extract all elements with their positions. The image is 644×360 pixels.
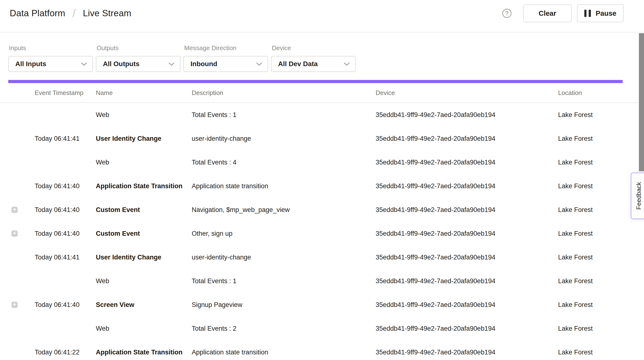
expand-cell: + xyxy=(0,302,35,308)
event-description: Total Events : 1 xyxy=(192,111,376,119)
column-header-event-timestamp: Event Timestamp xyxy=(35,89,96,97)
event-device: 35eddb41-9ff9-49e2-7aed-20afa90eb194 xyxy=(376,349,558,356)
event-name: Web xyxy=(96,111,192,119)
table-row[interactable]: WebTotal Events : 135eddb41-9ff9-49e2-7a… xyxy=(0,269,623,293)
event-location: Lake Forest xyxy=(558,277,623,285)
event-description: Navigation, $mp_web_page_view xyxy=(192,206,376,214)
event-device: 35eddb41-9ff9-49e2-7aed-20afa90eb194 xyxy=(376,111,558,119)
event-location: Lake Forest xyxy=(558,206,623,214)
event-name: Screen View xyxy=(96,301,192,309)
message-direction-filter-value: Inbound xyxy=(190,60,217,68)
pause-label: Pause xyxy=(596,9,616,17)
expand-icon[interactable]: + xyxy=(12,207,18,213)
event-description: Application state transition xyxy=(192,349,376,356)
outputs-filter-value: All Outputs xyxy=(103,60,140,68)
event-timestamp: Today 06:41:41 xyxy=(35,254,96,261)
filter-label-inputs: Inputs xyxy=(9,44,93,52)
help-icon[interactable]: ? xyxy=(502,9,512,18)
event-location: Lake Forest xyxy=(558,349,623,356)
filter-group-message-direction: Message Direction Inbound xyxy=(184,44,268,72)
column-header-description: Description xyxy=(192,89,376,97)
event-name: User Identity Change xyxy=(96,254,192,261)
event-name: Custom Event xyxy=(96,206,192,214)
event-name: Custom Event xyxy=(96,230,192,237)
chevron-down-icon xyxy=(256,62,262,66)
breadcrumb-separator: / xyxy=(72,8,76,19)
feedback-label: Feedback xyxy=(635,182,642,209)
stream-accent-bar xyxy=(8,80,623,83)
table-row[interactable]: WebTotal Events : 235eddb41-9ff9-49e2-7a… xyxy=(0,317,623,340)
table-row[interactable]: +Today 06:41:40Screen ViewSignup Pagevie… xyxy=(0,293,623,317)
column-header-device: Device xyxy=(376,89,558,97)
outputs-filter-select[interactable]: All Outputs xyxy=(96,56,180,72)
table-row[interactable]: WebTotal Events : 135eddb41-9ff9-49e2-7a… xyxy=(0,103,623,127)
device-filter-value: All Dev Data xyxy=(278,60,318,68)
inputs-filter-value: All Inputs xyxy=(15,60,46,68)
clear-button[interactable]: Clear xyxy=(523,4,572,22)
event-description: user-identity-change xyxy=(192,135,376,143)
event-device: 35eddb41-9ff9-49e2-7aed-20afa90eb194 xyxy=(376,301,558,309)
event-location: Lake Forest xyxy=(558,230,623,237)
event-location: Lake Forest xyxy=(558,135,623,143)
filter-group-outputs: Outputs All Outputs xyxy=(96,44,180,72)
event-device: 35eddb41-9ff9-49e2-7aed-20afa90eb194 xyxy=(376,182,558,190)
table-row[interactable]: WebTotal Events : 435eddb41-9ff9-49e2-7a… xyxy=(0,151,623,174)
breadcrumb-parent[interactable]: Data Platform xyxy=(10,8,65,18)
message-direction-filter-select[interactable]: Inbound xyxy=(184,56,268,72)
chevron-down-icon xyxy=(81,62,87,66)
column-header-name: Name xyxy=(96,89,192,97)
event-location: Lake Forest xyxy=(558,159,623,166)
event-timestamp: Today 06:41:40 xyxy=(35,182,96,190)
table-row[interactable]: Today 06:41:41User Identity Changeuser-i… xyxy=(0,245,623,269)
expand-cell: + xyxy=(0,207,35,213)
event-description: Total Events : 1 xyxy=(192,277,376,285)
filter-group-inputs: Inputs All Inputs xyxy=(8,44,93,72)
filter-label-outputs: Outputs xyxy=(96,44,180,52)
event-description: Signup Pageview xyxy=(192,301,376,309)
filter-label-device: Device xyxy=(272,44,356,52)
event-timestamp: Today 06:41:40 xyxy=(35,206,96,214)
event-timestamp: Today 06:41:40 xyxy=(35,230,96,237)
filter-label-message-direction: Message Direction xyxy=(184,44,268,52)
event-name: Web xyxy=(96,277,192,285)
pause-icon xyxy=(584,10,591,17)
event-name: User Identity Change xyxy=(96,135,192,143)
chevron-down-icon xyxy=(344,62,350,66)
events-table-header: Event Timestamp Name Description Device … xyxy=(0,83,623,102)
event-device: 35eddb41-9ff9-49e2-7aed-20afa90eb194 xyxy=(376,159,558,166)
expand-icon[interactable]: + xyxy=(12,302,18,308)
event-device: 35eddb41-9ff9-49e2-7aed-20afa90eb194 xyxy=(376,206,558,214)
event-description: Application state transition xyxy=(192,182,376,190)
event-name: Application State Transition xyxy=(96,182,192,190)
event-location: Lake Forest xyxy=(558,325,623,332)
event-device: 35eddb41-9ff9-49e2-7aed-20afa90eb194 xyxy=(376,230,558,237)
page-header: Data Platform / Live Stream ? Clear Paus… xyxy=(0,0,644,32)
event-name: Web xyxy=(96,325,192,332)
column-header-location: Location xyxy=(558,89,623,97)
event-timestamp: Today 06:41:22 xyxy=(35,349,96,356)
pause-button[interactable]: Pause xyxy=(577,4,624,22)
event-device: 35eddb41-9ff9-49e2-7aed-20afa90eb194 xyxy=(376,135,558,143)
event-location: Lake Forest xyxy=(558,182,623,190)
breadcrumb: Data Platform / Live Stream xyxy=(10,8,131,19)
event-description: Total Events : 4 xyxy=(192,159,376,166)
event-timestamp: Today 06:41:40 xyxy=(35,301,96,309)
table-row[interactable]: +Today 06:41:40Custom EventNavigation, $… xyxy=(0,198,623,222)
feedback-tab[interactable]: Feedback xyxy=(631,173,644,219)
event-timestamp: Today 06:41:41 xyxy=(35,135,96,143)
table-row[interactable]: Today 06:41:40Application State Transiti… xyxy=(0,174,623,198)
inputs-filter-select[interactable]: All Inputs xyxy=(8,56,93,72)
scrollbar-thumb[interactable] xyxy=(639,33,644,171)
table-row[interactable]: Today 06:41:41User Identity Changeuser-i… xyxy=(0,127,623,151)
filters-bar: Inputs All Inputs Outputs All Outputs Me… xyxy=(8,44,356,72)
event-description: Total Events : 2 xyxy=(192,325,376,332)
live-stream-page: Data Platform / Live Stream ? Clear Paus… xyxy=(0,0,644,360)
table-row[interactable]: Today 06:41:22Application State Transiti… xyxy=(0,340,623,360)
events-table-body: WebTotal Events : 135eddb41-9ff9-49e2-7a… xyxy=(0,103,623,360)
event-description: Other, sign up xyxy=(192,230,376,237)
event-description: user-identity-change xyxy=(192,254,376,261)
expand-icon[interactable]: + xyxy=(12,230,18,237)
table-row[interactable]: +Today 06:41:40Custom EventOther, sign u… xyxy=(0,222,623,245)
event-device: 35eddb41-9ff9-49e2-7aed-20afa90eb194 xyxy=(376,325,558,332)
device-filter-select[interactable]: All Dev Data xyxy=(271,56,356,72)
